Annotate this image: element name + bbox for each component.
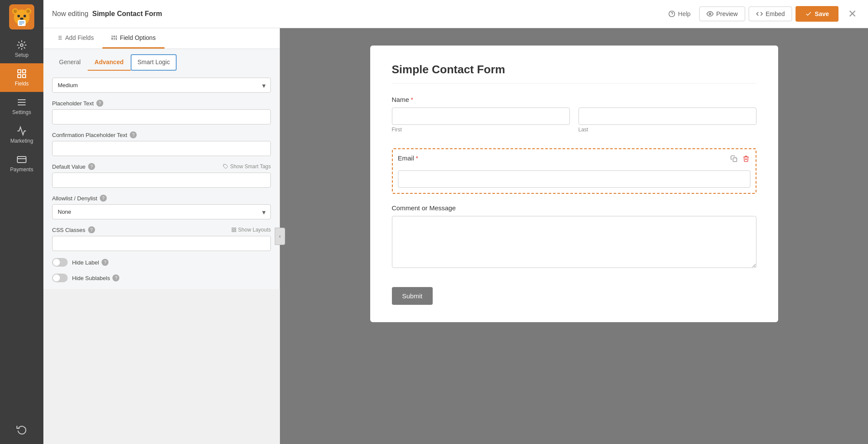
- email-duplicate-button[interactable]: [730, 154, 738, 165]
- name-fields: First Last: [392, 108, 756, 133]
- header: Now editing Simple Contact Form Help Pre…: [43, 0, 868, 28]
- default-value-input[interactable]: [52, 173, 271, 188]
- hide-sublabels-toggle[interactable]: [52, 274, 68, 282]
- comment-field-label: Comment or Message: [392, 204, 756, 212]
- email-field-label: Email *: [398, 154, 750, 162]
- show-layouts-link[interactable]: Show Layouts: [231, 227, 271, 233]
- email-required-star: *: [416, 155, 418, 162]
- form-preview: Simple Contact Form Name * First: [370, 46, 778, 322]
- tab-field-options-label: Field Options: [120, 34, 155, 41]
- panel-body: Small Medium Large Placeholder Text ?: [43, 71, 279, 289]
- default-value-label: Default Value ?: [52, 163, 95, 170]
- placeholder-field-group: Placeholder Text ?: [52, 100, 271, 124]
- svg-point-7: [23, 15, 26, 17]
- sidebar-item-fields[interactable]: Fields: [0, 63, 43, 92]
- save-label: Save: [815, 10, 829, 17]
- content-split: Add Fields Field Options General: [43, 28, 868, 444]
- sub-tab-smart-logic[interactable]: Smart Logic: [131, 54, 177, 71]
- email-input[interactable]: [398, 170, 750, 188]
- placeholder-text-input[interactable]: [52, 109, 271, 124]
- help-button[interactable]: Help: [663, 8, 696, 20]
- email-delete-button[interactable]: [742, 154, 750, 165]
- sidebar-item-payments-label: Payments: [10, 166, 33, 173]
- sidebar-item-marketing[interactable]: Marketing: [0, 121, 43, 149]
- header-title: Now editing Simple Contact Form: [52, 10, 656, 18]
- svg-rect-17: [23, 75, 26, 78]
- svg-point-4: [13, 10, 17, 13]
- tab-field-options[interactable]: Field Options: [102, 28, 164, 49]
- email-field-actions: [730, 154, 750, 165]
- right-panel: Simple Contact Form Name * First: [280, 28, 868, 444]
- sidebar-item-fields-label: Fields: [15, 81, 29, 87]
- name-last-sublabel: Last: [579, 127, 756, 133]
- svg-point-13: [20, 44, 23, 46]
- svg-rect-46: [733, 158, 737, 162]
- hide-label-toggle[interactable]: [52, 258, 68, 267]
- tab-add-fields[interactable]: Add Fields: [48, 28, 102, 49]
- allowlist-help-icon[interactable]: ?: [100, 195, 107, 202]
- confirmation-placeholder-help-icon[interactable]: ?: [130, 131, 137, 138]
- name-last-group: Last: [579, 108, 756, 133]
- form-preview-title: Simple Contact Form: [392, 63, 756, 84]
- hide-label-help-icon[interactable]: ?: [102, 259, 108, 266]
- svg-rect-43: [234, 228, 236, 230]
- size-select[interactable]: Small Medium Large: [52, 78, 271, 93]
- help-label: Help: [678, 10, 690, 17]
- main-container: Now editing Simple Contact Form Help Pre…: [43, 0, 868, 444]
- list-icon: [56, 35, 62, 41]
- show-smart-tags-link[interactable]: Show Smart Tags: [223, 163, 271, 170]
- css-classes-input[interactable]: [52, 236, 271, 251]
- svg-point-6: [17, 15, 20, 17]
- sidebar-item-history[interactable]: [16, 419, 27, 440]
- sub-tab-advanced[interactable]: Advanced: [88, 54, 131, 71]
- sidebar-item-setup[interactable]: Setup: [0, 35, 43, 63]
- submit-button[interactable]: Submit: [392, 287, 433, 305]
- close-icon: ✕: [848, 8, 857, 20]
- preview-button[interactable]: Preview: [699, 7, 745, 21]
- svg-rect-45: [234, 230, 236, 232]
- panel-tabs: Add Fields Field Options: [43, 28, 279, 49]
- logo: [9, 4, 34, 31]
- svg-rect-44: [232, 230, 233, 232]
- embed-button[interactable]: Embed: [749, 7, 792, 21]
- svg-rect-42: [232, 228, 233, 230]
- name-field-section: Name * First Last: [387, 91, 762, 138]
- hide-label-label: Hide Label ?: [72, 259, 108, 266]
- sliders-icon: [111, 35, 117, 41]
- hide-sublabels-help-icon[interactable]: ?: [112, 274, 119, 281]
- name-first-sublabel: First: [392, 127, 570, 133]
- sub-tabs: General Advanced Smart Logic: [43, 49, 279, 71]
- default-value-help-icon[interactable]: ?: [88, 163, 95, 170]
- allowlist-select[interactable]: None Allowlist Denylist: [52, 204, 271, 219]
- hide-label-row: Hide Label ?: [52, 258, 271, 267]
- sub-tab-general[interactable]: General: [52, 54, 88, 71]
- name-first-input[interactable]: [392, 108, 570, 125]
- default-value-label-row: Default Value ? Show Smart Tags: [52, 163, 271, 170]
- sidebar-item-payments[interactable]: Payments: [0, 149, 43, 178]
- name-field-label: Name *: [392, 96, 756, 103]
- name-last-input[interactable]: [579, 108, 756, 125]
- name-first-group: First: [392, 108, 570, 133]
- close-button[interactable]: ✕: [845, 5, 859, 23]
- placeholder-label: Placeholder Text ?: [52, 100, 271, 107]
- confirmation-placeholder-input[interactable]: [52, 141, 271, 156]
- placeholder-help-icon[interactable]: ?: [96, 100, 103, 107]
- save-button[interactable]: Save: [796, 6, 838, 22]
- sidebar-item-settings[interactable]: Settings: [0, 92, 43, 121]
- tag-icon: [223, 164, 228, 169]
- name-required-star: *: [411, 96, 413, 103]
- comment-textarea[interactable]: [392, 216, 756, 268]
- left-panel: Add Fields Field Options General: [43, 28, 280, 289]
- sidebar-item-marketing-label: Marketing: [10, 138, 33, 144]
- allowlist-label: Allowlist / Denylist ?: [52, 195, 271, 202]
- layout-icon: [231, 227, 237, 232]
- copy-icon: [730, 155, 737, 162]
- default-value-field-group: Default Value ? Show Smart Tags: [52, 163, 271, 188]
- embed-label: Embed: [766, 10, 785, 17]
- collapse-handle[interactable]: ‹: [275, 228, 285, 245]
- svg-point-25: [709, 13, 711, 15]
- svg-rect-21: [17, 157, 26, 163]
- allowlist-select-wrapper: None Allowlist Denylist: [52, 204, 271, 219]
- size-select-wrapper: Small Medium Large: [52, 78, 271, 93]
- css-classes-help-icon[interactable]: ?: [88, 226, 95, 233]
